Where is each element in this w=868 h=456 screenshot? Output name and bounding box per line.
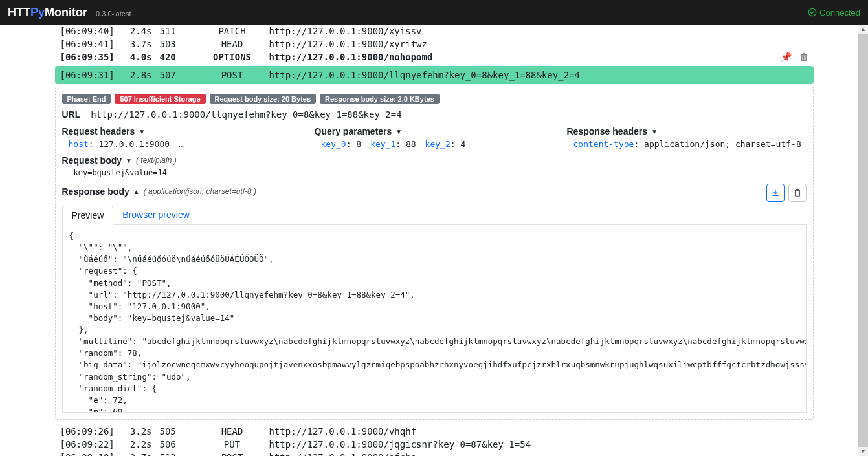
- query-params: key_0: 8key_1: 88key_2: 4: [315, 139, 554, 149]
- page-scrollbar[interactable]: ▲ ▼: [858, 25, 868, 456]
- req-status: 507: [160, 70, 195, 80]
- request-row[interactable]: [06:09:40]2.4s511PATCHhttp://127.0.0.1:9…: [55, 25, 814, 38]
- kv-value: 88: [406, 139, 416, 149]
- req-time: [06:09:41]: [60, 39, 112, 49]
- scroll-down-icon[interactable]: ▼: [858, 447, 868, 456]
- req-url: http://127.0.0.1:9000/nohopomd: [269, 52, 773, 62]
- kv-key: content-type: [179, 139, 239, 149]
- badges: Phase: End 507 Insufficient Storage Requ…: [62, 94, 807, 104]
- kv-value: 8: [356, 139, 361, 149]
- tab-browser-preview[interactable]: Browser preview: [113, 206, 198, 224]
- request-row[interactable]: [06:09:35]4.0s420OPTIONShttp://127.0.0.1…: [55, 50, 814, 63]
- req-time: [06:09:18]: [60, 452, 112, 456]
- kv-value: text/plain…: [250, 139, 302, 149]
- response-headers: content-type: application/json; charset=…: [567, 139, 807, 149]
- req-method: HEAD: [203, 39, 262, 49]
- req-duration: 2.8s: [120, 70, 152, 80]
- response-body-toggle[interactable]: Response body ▲ ( application/json; char…: [62, 186, 257, 197]
- check-circle-icon: [808, 8, 817, 17]
- req-url: http://127.0.0.1:9000/jqgicsnr?key_0=87&…: [269, 439, 808, 450]
- kv-pair: key_2: 4: [425, 139, 466, 149]
- request-headers: host: 127.0.0.1:9000content-type: text/p…: [62, 139, 302, 149]
- response-body-preview[interactable]: { "\"": "\"", "űáéúő": "\nűáéúőóüö\nűáéú…: [62, 225, 807, 413]
- phase-badge: Phase: End: [62, 94, 111, 104]
- request-row[interactable]: [06:09:26]3.2s505HEADhttp://127.0.0.1:90…: [55, 425, 814, 438]
- req-status: 505: [160, 426, 195, 437]
- copy-button[interactable]: [788, 184, 807, 202]
- req-url: http://127.0.0.1:9000/xyritwz: [269, 39, 808, 49]
- kv-value: application/json; charset=utf-8: [644, 139, 801, 149]
- req-method: HEAD: [203, 426, 262, 437]
- kv-pair: key_0: 8: [321, 139, 362, 149]
- app-version: 0.3.0-latest: [96, 10, 131, 17]
- query-params-toggle[interactable]: Query parameters ▼: [315, 126, 554, 136]
- req-time: [06:09:22]: [60, 439, 112, 450]
- kv-key: key_1: [370, 139, 395, 149]
- svg-rect-1: [795, 190, 799, 197]
- request-row[interactable]: [06:09:22]2.2s506PUThttp://127.0.0.1:900…: [55, 438, 814, 451]
- req-size-badge: Request body size: 20 Bytes: [210, 94, 317, 104]
- req-method: POST: [203, 70, 262, 80]
- req-status: 506: [160, 439, 195, 450]
- req-url: http://127.0.0.1:9000/vhqhf: [269, 426, 808, 437]
- req-status: 512: [160, 452, 195, 456]
- req-time: [06:09:26]: [60, 426, 112, 437]
- req-method: PATCH: [203, 26, 262, 36]
- trash-icon[interactable]: 🗑: [799, 52, 808, 62]
- response-tabs: Preview Browser preview: [62, 206, 807, 225]
- request-detail-panel: Phase: End 507 Insufficient Storage Requ…: [55, 87, 814, 420]
- logo-htt: HTT: [8, 6, 30, 19]
- chevron-down-icon: ▼: [139, 128, 145, 135]
- req-method: POST: [203, 452, 262, 456]
- status-badge: 507 Insufficient Storage: [115, 94, 205, 104]
- url-label: URL: [62, 109, 81, 120]
- kv-key: key_2: [425, 139, 451, 149]
- req-duration: 3.2s: [120, 426, 152, 437]
- req-status: 420: [160, 52, 195, 62]
- pin-icon[interactable]: 📌: [781, 52, 792, 62]
- kv-pair: host: 127.0.0.1:9000: [69, 139, 170, 149]
- request-row[interactable]: [06:09:41]3.7s503HEADhttp://127.0.0.1:90…: [55, 38, 814, 50]
- request-body-value: key=bqustej&value=14: [62, 168, 807, 177]
- req-method: PUT: [203, 439, 262, 450]
- download-button[interactable]: [766, 184, 785, 202]
- request-body-toggle[interactable]: Request body ▼ ( text/plain ): [62, 155, 807, 166]
- chevron-up-icon: ▲: [133, 188, 140, 195]
- kv-key: key_0: [321, 139, 346, 149]
- resp-size-badge: Response body size: 2.0 KBytes: [320, 94, 440, 104]
- kv-value: 127.0.0.1:9000: [98, 139, 170, 149]
- kv-key: host: [69, 139, 89, 149]
- url-line: URL http://127.0.0.1:9000/llqnyefehm?key…: [62, 109, 807, 120]
- req-duration: 2.7s: [120, 452, 152, 456]
- kv-value: 4: [460, 139, 465, 149]
- app-header: HTTPyMonitor 0.3.0-latest Connected: [0, 0, 868, 25]
- chevron-down-icon: ▼: [395, 128, 402, 135]
- request-headers-toggle[interactable]: Request headers ▼: [62, 126, 302, 136]
- request-list: [06:09:40]2.4s511PATCHhttp://127.0.0.1:9…: [52, 25, 816, 456]
- request-row-selected[interactable]: [06:09:31] 2.8s 507 POST http://127.0.0.…: [55, 66, 814, 84]
- kv-pair: content-type: text/plain…: [179, 139, 301, 149]
- connection-status: Connected: [808, 8, 860, 17]
- response-headers-toggle[interactable]: Response headers ▼: [567, 126, 807, 136]
- logo-mon: Monitor: [45, 6, 87, 19]
- url-value: http://127.0.0.1:9000/llqnyefehm?key_0=8…: [91, 109, 401, 120]
- req-status: 503: [160, 39, 195, 49]
- chevron-down-icon: ▼: [126, 157, 132, 164]
- req-time: [06:09:31]: [60, 70, 112, 80]
- app-logo: HTTPyMonitor 0.3.0-latest: [8, 6, 131, 19]
- kv-pair: key_1: 88: [370, 139, 416, 149]
- scroll-up-icon[interactable]: ▲: [858, 25, 868, 34]
- logo-py: Py: [30, 6, 45, 19]
- kv-key: content-type: [573, 139, 634, 149]
- req-duration: 2.4s: [120, 26, 152, 36]
- request-row[interactable]: [06:09:18]2.7s512POSThttp://127.0.0.1:90…: [55, 451, 814, 456]
- req-status: 511: [160, 26, 195, 36]
- download-icon: [771, 188, 780, 197]
- req-url: http://127.0.0.1:9000/xyissv: [269, 26, 808, 36]
- req-duration: 2.2s: [120, 439, 152, 450]
- scroll-thumb[interactable]: [858, 34, 868, 447]
- req-time: [06:09:40]: [60, 26, 112, 36]
- tab-preview[interactable]: Preview: [62, 206, 114, 225]
- req-duration: 3.7s: [120, 39, 152, 49]
- req-url: http://127.0.0.1:9000/llqnyefehm?key_0=8…: [269, 70, 808, 80]
